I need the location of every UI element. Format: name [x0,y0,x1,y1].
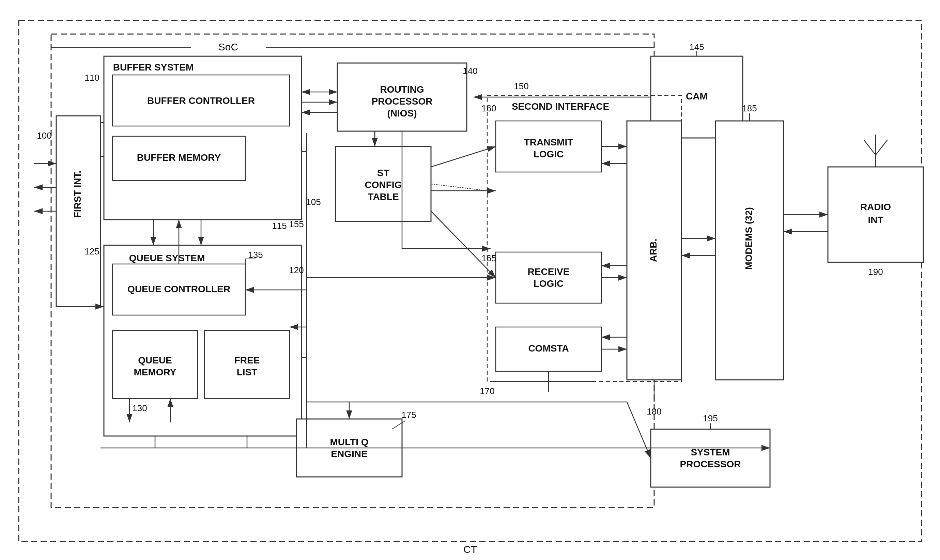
svg-rect-22 [496,252,602,303]
ref-115: 115 [272,221,286,231]
buffer-system-ref: 110 [85,72,99,83]
multi-q-label2: ENGINE [331,449,367,459]
routing-processor-label: ROUTING [380,84,424,95]
st-config-label2: CONFIG [365,180,402,190]
arb-label: ARB. [648,239,658,262]
routing-processor-label2: PROCESSOR [372,96,433,107]
st-config-label: ST [377,168,389,178]
radio-int-label: RADIO [860,202,891,212]
first-int-label: FIRST INT. [72,171,83,218]
radio-int-ref: 190 [868,267,883,277]
transmit-logic-ref: 160 [482,103,496,114]
queue-memory-ref: 130 [132,403,147,413]
system-processor-label: SYSTEM [691,447,730,457]
routing-processor-ref: 140 [463,66,477,76]
buffer-memory-label: BUFFER MEMORY [137,152,221,163]
st-config-ref: 155 [289,219,303,229]
buffer-controller-label: BUFFER CONTROLLER [147,95,255,106]
free-list-label: FREE [234,355,260,366]
cam-ref: 145 [689,42,704,52]
first-int-ref: 100 [37,131,51,141]
receive-logic-label: RECEIVE [528,266,570,277]
comsta-ref: 170 [480,386,494,396]
receive-logic-ref: 165 [482,253,496,263]
architecture-diagram: CT SoC FIRST INT. 100 BUFFER SYSTEM 110 … [0,0,940,560]
cam-label: CAM [686,91,708,102]
ref-120: 120 [289,265,303,275]
multi-q-label: MULTI Q [330,437,368,447]
ct-label: CT [463,544,477,555]
transmit-logic-label2: LOGIC [534,149,564,159]
diagram-container: CT SoC FIRST INT. 100 BUFFER SYSTEM 110 … [0,0,940,560]
queue-memory-label: QUEUE [138,355,172,366]
system-processor-ref: 195 [703,413,717,423]
free-list-ref: 135 [248,250,263,260]
queue-controller-label: QUEUE CONTROLLER [128,284,230,294]
free-list-label2: LIST [237,367,258,377]
system-processor-label2: PROCESSOR [680,459,741,469]
queue-memory-label2: MEMORY [134,367,177,377]
routing-processor-nios: (NIOS) [387,108,417,118]
queue-system-label: QUEUE SYSTEM [129,253,205,263]
soc-label: SoC [218,41,238,52]
comsta-label: COMSTA [528,343,569,354]
second-interface-ref: 150 [514,81,528,91]
ref-105: 105 [306,197,321,207]
svg-rect-41 [651,429,770,487]
modems-label: MODEMS (32) [743,207,754,270]
queue-system-ref: 125 [85,246,99,257]
receive-logic-label2: LOGIC [534,278,564,289]
st-config-label3: TABLE [368,191,398,202]
buffer-system-label: BUFFER SYSTEM [113,62,194,72]
multi-q-ref: 175 [402,410,416,420]
ref-180: 180 [647,406,661,417]
radio-int-label2: INT [868,215,883,225]
second-interface-label: SECOND INTERFACE [512,101,609,112]
modems-ref: 185 [742,103,757,114]
transmit-logic-label: TRANSMIT [524,137,574,148]
